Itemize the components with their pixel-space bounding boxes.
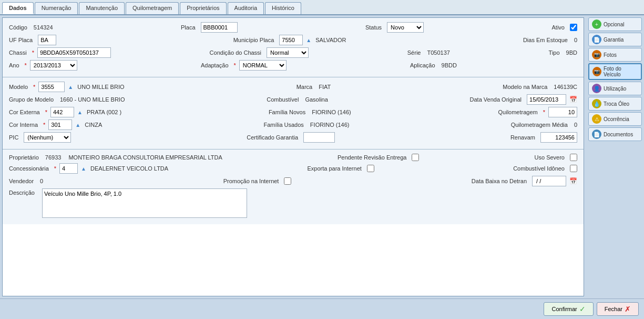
municipio-code-input[interactable] — [279, 35, 303, 45]
right-sidebar: + Opcional 📄 Garantia 📷 Fotos 📷 Foto do … — [586, 15, 644, 298]
tab-auditoria[interactable]: Auditoria — [228, 2, 264, 14]
conc-name: DEALERNET VEICOLO LTDA — [90, 165, 168, 172]
footer: Confirmar ✓ Fechar ✗ — [0, 298, 644, 319]
codigo-value: 514324 — [34, 24, 53, 31]
pic-select[interactable]: (Nenhum) — [24, 132, 71, 143]
ocorrencia-button[interactable]: ⚠ Ocorrência — [588, 112, 642, 126]
utilizacao-label: Utilização — [604, 86, 626, 92]
quil-required: * — [543, 109, 545, 115]
tab-dados[interactable]: Dados — [2, 2, 34, 14]
quil-media-label: Quilometragem Média — [511, 122, 568, 128]
proprietario-code: 76933 — [45, 154, 62, 161]
cor-ext-name: PRATA (002 ) — [87, 109, 121, 115]
troca-oleo-icon: 💧 — [592, 99, 601, 108]
modelo-marca-value: 146139C — [554, 84, 577, 90]
uf-placa-input[interactable] — [38, 35, 56, 45]
confirmar-button[interactable]: Confirmar ✓ — [544, 302, 593, 316]
status-label: Status — [365, 24, 382, 31]
conc-up-arrow[interactable]: ▲ — [81, 166, 86, 172]
cond-chassi-select[interactable]: Normal — [267, 47, 309, 58]
descricao-label: Descrição — [9, 190, 35, 196]
opcional-icon: + — [592, 19, 601, 29]
uf-placa-label: UF Placa — [9, 37, 33, 43]
cor-int-up-arrow[interactable]: ▲ — [75, 122, 80, 128]
cert-garantia-input[interactable] — [303, 132, 335, 143]
data-venda-input[interactable] — [527, 94, 566, 105]
placa-input[interactable] — [201, 22, 238, 33]
adaptacao-required: * — [234, 62, 236, 68]
status-select[interactable]: Novo — [387, 22, 424, 33]
cert-garantia-label: Certificado Garantia — [247, 134, 298, 141]
exporta-label: Exporta para Internet — [307, 165, 361, 172]
pendente-label: Pendente Revisão Entrega — [338, 154, 406, 161]
chassi-input[interactable] — [37, 47, 111, 58]
tab-numeracao[interactable]: Numeração — [35, 2, 78, 14]
uso-severo-checkbox[interactable] — [570, 154, 577, 161]
data-baixa-label: Data Baixa no Detran — [472, 178, 527, 184]
foto-veiculo-button[interactable]: 📷 Foto do Veículo — [588, 63, 642, 80]
pendente-checkbox[interactable] — [412, 154, 419, 161]
aplicacao-label: Aplicação — [410, 62, 435, 68]
municipio-up-arrow[interactable]: ▲ — [306, 37, 311, 43]
exporta-checkbox[interactable] — [367, 165, 374, 172]
data-venda-calendar-icon[interactable]: 📅 — [569, 96, 577, 103]
quilometragem-input[interactable] — [548, 107, 577, 117]
ano-select[interactable]: 2013/2013 — [30, 60, 77, 71]
adaptacao-select[interactable]: NORMAL — [239, 60, 287, 71]
grupo-modelo-label: Grupo de Modelo — [9, 96, 54, 103]
descricao-textarea[interactable]: Veículo Uno Mille Brio, 4P, 1.0 — [42, 188, 247, 218]
confirmar-label: Confirmar — [551, 306, 577, 312]
familia-novos-label: Família Novos — [269, 109, 305, 115]
troca-oleo-label: Troca Óleo — [604, 101, 629, 107]
aplicacao-value: 9BDD — [442, 62, 457, 68]
tab-proprietarios[interactable]: Proprietários — [180, 2, 226, 14]
tab-quilometragem[interactable]: Quilometragem — [126, 2, 179, 14]
modelo-code-input[interactable] — [38, 82, 65, 92]
modelo-label: Modelo — [9, 84, 28, 90]
concessionaria-label: Concessionária — [9, 165, 49, 172]
combustivel-value: Gasolina — [305, 96, 328, 103]
conc-required: * — [54, 165, 56, 172]
tipo-label: Tipo — [549, 49, 560, 56]
utilizacao-button[interactable]: 👤 Utilização — [588, 82, 642, 95]
cor-ext-required: * — [45, 109, 47, 115]
tab-manutencao[interactable]: Manutenção — [79, 2, 125, 14]
opcional-button[interactable]: + Opcional — [588, 17, 642, 31]
documentos-button[interactable]: 📄 Documentos — [588, 127, 642, 141]
modelo-name: UNO MILLE BRIO — [77, 84, 124, 90]
cor-int-code-input[interactable] — [48, 119, 72, 130]
cor-ext-code-input[interactable] — [50, 107, 74, 117]
data-baixa-input[interactable] — [532, 176, 566, 186]
troca-oleo-button[interactable]: 💧 Troca Óleo — [588, 97, 642, 111]
uso-severo-label: Uso Severo — [535, 154, 565, 161]
confirmar-icon: ✓ — [579, 305, 586, 313]
renavam-input[interactable] — [540, 132, 577, 143]
modelo-marca-label: Modelo na Marca — [503, 84, 547, 90]
dias-estoque-value: 0 — [574, 37, 577, 43]
familia-novos-value: FIORINO (146) — [312, 109, 351, 115]
data-baixa-calendar-icon[interactable]: 📅 — [569, 177, 577, 185]
fotos-button[interactable]: 📷 Fotos — [588, 48, 642, 62]
cor-int-required: * — [43, 122, 45, 128]
serie-label: Série — [407, 49, 421, 56]
renavam-label: Renavam — [510, 134, 535, 141]
ano-label: Ano — [9, 62, 19, 68]
promocao-checkbox[interactable] — [284, 177, 291, 185]
garantia-button[interactable]: 📄 Garantia — [588, 33, 642, 46]
grupo-modelo-value: 1660 - UNO MILLE BRIO — [60, 96, 125, 103]
ativo-checkbox[interactable] — [570, 24, 577, 31]
tab-historico[interactable]: Histórico — [265, 2, 301, 14]
cond-chassi-label: Condição do Chassi — [210, 49, 261, 56]
fechar-button[interactable]: Fechar ✗ — [597, 302, 639, 316]
cor-externa-label: Cor Externa — [9, 109, 40, 115]
cor-ext-up-arrow[interactable]: ▲ — [77, 109, 83, 115]
comb-idoneo-checkbox[interactable] — [570, 165, 577, 172]
pic-label: PIC — [9, 134, 18, 141]
combustivel-label: Combustível — [267, 96, 299, 103]
conc-code-input[interactable] — [59, 163, 78, 174]
data-venda-label: Data Venda Original — [470, 96, 522, 103]
fotos-icon: 📷 — [592, 50, 601, 59]
codigo-label: Código — [9, 24, 27, 31]
fotos-label: Fotos — [604, 52, 617, 58]
modelo-up-arrow[interactable]: ▲ — [68, 84, 73, 90]
